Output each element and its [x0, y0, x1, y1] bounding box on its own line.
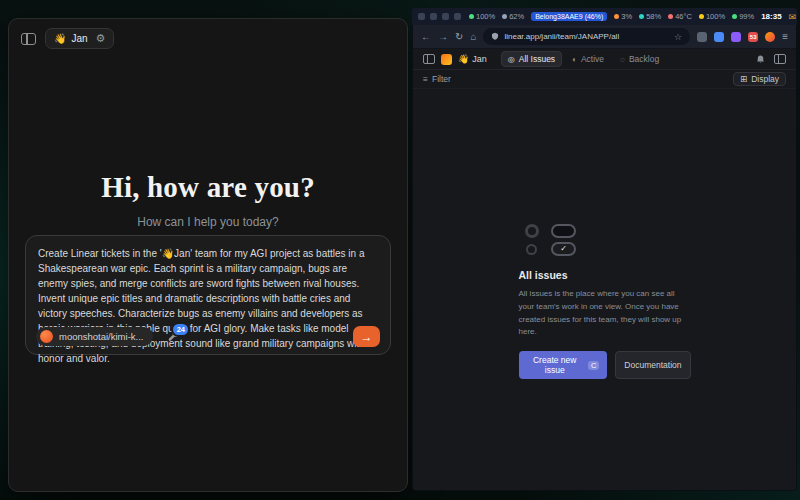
menu-icon[interactable]: ≡	[782, 32, 788, 42]
memory-indicator: 58%	[639, 12, 661, 21]
shortcut-key-badge: C	[588, 361, 599, 370]
home-icon[interactable]: ⌂	[470, 32, 476, 42]
tab-backlog[interactable]: ◌ Backlog	[614, 52, 665, 66]
create-new-issue-button[interactable]: Create new issue C	[519, 351, 608, 379]
header-right-icons	[755, 54, 786, 65]
extension-icon[interactable]	[714, 32, 724, 42]
team-selector[interactable]: 👋 Jan ⚙	[45, 28, 114, 49]
send-button[interactable]: →	[353, 326, 380, 347]
tray-left	[418, 13, 461, 20]
send-arrow-icon: →	[361, 331, 373, 343]
backlog-state-icon: ◌	[620, 55, 625, 64]
shield-icon	[491, 32, 499, 41]
tab-all-issues[interactable]: ◎ All Issues	[501, 51, 562, 67]
model-provider-icon	[40, 330, 53, 343]
empty-state-actions: Create new issue C Documentation	[519, 351, 691, 379]
tray-icon[interactable]	[430, 13, 437, 20]
url-bar[interactable]: linear.app/janii/team/JANAPP/all ☆	[483, 28, 690, 45]
tray-icon[interactable]	[442, 13, 449, 20]
system-status-bar: 100% 62% Belong38AAE9 (46%) 3% 58% 46°C …	[412, 8, 797, 25]
cpu-indicator: 3%	[614, 12, 632, 21]
empty-state-description: All issues is the place where you can se…	[519, 288, 691, 339]
temperature-indicator: 46°C	[668, 12, 692, 21]
bookmark-star-icon[interactable]: ☆	[674, 32, 682, 42]
gear-icon[interactable]: ⚙	[96, 32, 106, 45]
filter-icon: ≡	[423, 74, 428, 84]
documentation-button[interactable]: Documentation	[615, 351, 690, 379]
linear-team-name[interactable]: 👋 Jan	[458, 54, 487, 64]
right-desktop-area: 100% 62% Belong38AAE9 (46%) 3% 58% 46°C …	[412, 8, 797, 491]
jan-app-window: 👋 Jan ⚙ Hi, how are you? How can I help …	[8, 18, 408, 492]
todo-state-icon	[525, 224, 539, 238]
linear-filterbar: ≡ Filter ⊞ Display	[413, 70, 796, 89]
model-selector[interactable]: moonshotai/kimi-k...	[36, 327, 153, 346]
battery2-indicator: 99%	[732, 12, 754, 21]
tools-count-badge: 24	[171, 322, 190, 337]
reload-icon[interactable]: ↻	[455, 32, 463, 42]
battery-indicator: 100%	[469, 12, 495, 21]
empty-state-title: All issues	[519, 269, 691, 281]
right-panel-toggle-icon[interactable]	[774, 54, 786, 64]
tools-button[interactable]: 24	[167, 330, 180, 343]
forward-icon[interactable]: →	[438, 32, 448, 42]
browser-window: ← → ↻ ⌂ linear.app/janii/team/JANAPP/all…	[412, 25, 797, 491]
hero-subtitle: How can I help you today?	[9, 215, 407, 229]
volume-indicator: 62%	[502, 12, 524, 21]
linear-page: 👋 Jan ◎ All Issues ◐ Active ◌ Backlog	[413, 49, 796, 490]
view-tabs: ◎ All Issues ◐ Active ◌ Backlog	[501, 51, 665, 67]
done-state-icon: ✓	[551, 242, 576, 256]
mail-icon[interactable]: ✉	[789, 12, 797, 22]
display-button[interactable]: ⊞ Display	[733, 72, 786, 86]
status-group: 100% 62% Belong38AAE9 (46%) 3% 58% 46°C …	[469, 12, 800, 22]
issue-states-illustration: ✓	[519, 224, 583, 256]
prompt-toolbar: moonshotai/kimi-k... 24 →	[36, 326, 380, 347]
team-emoji-icon: 👋	[54, 33, 66, 44]
linear-header: 👋 Jan ◎ All Issues ◐ Active ◌ Backlog	[413, 49, 796, 70]
prompt-text[interactable]: Create Linear tickets in the '👋Jan' team…	[38, 246, 378, 366]
linear-team-emoji: 👋	[458, 54, 469, 64]
workspace-avatar[interactable]	[441, 54, 452, 65]
in-progress-state-icon	[551, 224, 576, 238]
extension-badge-icon[interactable]: 53	[748, 32, 758, 42]
sidebar-toggle-icon[interactable]	[21, 33, 36, 45]
back-icon[interactable]: ←	[421, 32, 431, 42]
url-text[interactable]: linear.app/janii/team/JANAPP/all	[504, 32, 669, 41]
hero-section: Hi, how are you? How can I help you toda…	[9, 171, 407, 229]
empty-state: ✓ All issues All issues is the place whe…	[519, 224, 691, 379]
tray-icon[interactable]	[418, 13, 425, 20]
team-name-label: Jan	[71, 33, 87, 44]
linear-team-label: Jan	[472, 54, 487, 64]
network-indicator[interactable]: Belong38AAE9 (46%)	[531, 12, 607, 21]
tray-icon[interactable]	[454, 13, 461, 20]
brightness-indicator: 100%	[699, 12, 725, 21]
all-issues-icon: ◎	[508, 55, 515, 64]
hero-title: Hi, how are you?	[9, 171, 407, 204]
extensions-puzzle-icon[interactable]	[697, 32, 707, 42]
open-state-icon	[526, 244, 537, 255]
jan-titlebar: 👋 Jan ⚙	[9, 19, 407, 58]
clock: 18:35	[761, 12, 781, 21]
active-state-icon: ◐	[572, 55, 577, 64]
prompt-input-card[interactable]: Create Linear tickets in the '👋Jan' team…	[25, 235, 391, 355]
bell-icon[interactable]	[755, 54, 766, 65]
display-icon: ⊞	[740, 74, 747, 84]
browser-toolbar: ← → ↻ ⌂ linear.app/janii/team/JANAPP/all…	[413, 25, 796, 49]
model-name-label: moonshotai/kimi-k...	[59, 331, 143, 342]
filter-button[interactable]: ≡ Filter	[423, 74, 451, 84]
extension-icon[interactable]	[731, 32, 741, 42]
linear-sidebar-toggle-icon[interactable]	[423, 54, 435, 64]
tab-active[interactable]: ◐ Active	[566, 52, 610, 66]
profile-avatar[interactable]	[765, 32, 775, 42]
